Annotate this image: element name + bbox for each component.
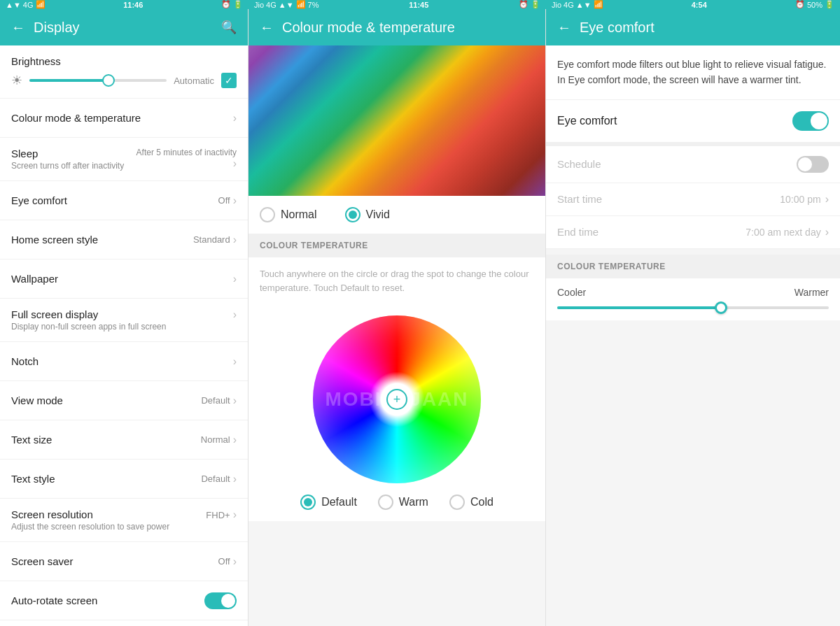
- default-option[interactable]: Default: [300, 495, 357, 510]
- start-time-value-row: 10:00 pm ›: [780, 193, 829, 206]
- left-panel-title: Display: [34, 20, 80, 36]
- battery-text-middle: 7%: [308, 1, 319, 9]
- auto-rotate-title: Auto-rotate screen: [11, 595, 204, 606]
- back-button-right[interactable]: ←: [557, 20, 571, 36]
- wallpaper-right: ›: [233, 273, 237, 285]
- status-bar-left: ▲▼ 4G 📶 11:46 ⏰ 🔋: [0, 0, 248, 9]
- brightness-fill: [29, 79, 105, 82]
- default-radio[interactable]: [300, 495, 316, 510]
- colour-temp-section-header: COLOUR TEMPERATURE: [546, 255, 840, 278]
- schedule-label: Schedule: [557, 158, 601, 170]
- full-screen-setting[interactable]: Full screen display Display non-full scr…: [0, 299, 248, 342]
- screen-saver-right: Off ›: [218, 555, 237, 568]
- screen-saver-setting[interactable]: Screen saver Off ›: [0, 542, 248, 581]
- status-icons-middle: Jio 4G ▲▼ 📶 7%: [254, 0, 318, 9]
- sleep-chevron: ›: [233, 157, 237, 170]
- text-style-right: Default ›: [201, 473, 237, 485]
- battery-icon-right: 🔋: [825, 0, 834, 9]
- full-screen-chevron: ›: [233, 308, 237, 321]
- text-size-setting[interactable]: Text size Normal ›: [0, 420, 248, 460]
- vivid-mode-option[interactable]: Vivid: [345, 207, 390, 222]
- temp-instruction: Touch anywhere on the circle or drag the…: [248, 257, 545, 304]
- vivid-label: Vivid: [366, 208, 390, 221]
- right-icons-middle: ⏰ 🔋: [519, 0, 540, 9]
- brightness-setting: Brightness ☀ Automatic ✓: [0, 45, 248, 99]
- normal-radio[interactable]: [260, 207, 275, 222]
- back-button-left[interactable]: ←: [11, 20, 25, 36]
- sleep-content: Sleep Screen turns off after inactivity: [11, 148, 136, 171]
- cold-radio[interactable]: [449, 495, 465, 510]
- jio-text-right: Jio 4G: [552, 1, 574, 9]
- wallpaper-preview: [248, 45, 545, 196]
- screen-resolution-value: FHD+: [206, 510, 230, 520]
- temp-slider[interactable]: [557, 306, 829, 309]
- cold-label: Cold: [470, 496, 493, 508]
- vivid-radio[interactable]: [345, 207, 360, 222]
- end-time-value: 7:00 am next day: [746, 227, 820, 238]
- normal-mode-option[interactable]: Normal: [260, 207, 317, 222]
- notch-setting[interactable]: Notch ›: [0, 342, 248, 381]
- view-mode-right: Default ›: [201, 394, 237, 407]
- colour-mode-setting[interactable]: Colour mode & temperature ›: [0, 99, 248, 138]
- wallpaper-chevron: ›: [233, 273, 237, 285]
- colour-temp-section: COLOUR TEMPERATURE Cooler Warmer: [546, 255, 840, 320]
- start-time-label: Start time: [557, 193, 602, 205]
- warm-radio[interactable]: [378, 495, 393, 510]
- end-time-label: End time: [557, 226, 598, 238]
- brightness-controls: ☀ Automatic ✓: [11, 73, 237, 88]
- temp-slider-thumb: [715, 301, 727, 314]
- status-bar-middle: Jio 4G ▲▼ 📶 7% 11:45 ⏰ 🔋: [248, 0, 546, 9]
- battery-icon-middle: 🔋: [531, 0, 540, 9]
- right-panel-header: ← Eye comfort: [546, 9, 840, 45]
- auto-rotate-right: [204, 592, 237, 609]
- signal-icon-left: ▲▼ 4G: [6, 1, 34, 9]
- end-time-row[interactable]: End time 7:00 am next day ›: [546, 216, 840, 249]
- eye-comfort-setting[interactable]: Eye comfort Off ›: [0, 181, 248, 220]
- start-time-row[interactable]: Start time 10:00 pm ›: [546, 183, 840, 216]
- smart-rotate-setting[interactable]: Smart rotate The screen will rotate to f…: [0, 620, 248, 626]
- screen-saver-content: Screen saver: [11, 555, 218, 567]
- home-screen-right: Standard ›: [193, 234, 237, 246]
- text-style-value: Default: [201, 474, 230, 484]
- sleep-title: Sleep: [11, 148, 136, 159]
- cold-option[interactable]: Cold: [449, 495, 493, 510]
- status-bar-right: Jio 4G ▲▼ 📶 4:54 ⏰ 50% 🔋: [546, 0, 840, 9]
- normal-label: Normal: [281, 208, 317, 221]
- eye-comfort-toggle-row: Eye comfort: [546, 100, 840, 146]
- wallpaper-setting[interactable]: Wallpaper ›: [0, 259, 248, 299]
- auto-rotate-toggle[interactable]: [204, 592, 237, 609]
- eye-comfort-title: Eye comfort: [11, 194, 218, 206]
- view-mode-setting[interactable]: View mode Default ›: [0, 381, 248, 420]
- auto-checkbox[interactable]: ✓: [221, 73, 237, 88]
- battery-left: ⏰ 🔋: [221, 0, 243, 9]
- search-icon-left[interactable]: 🔍: [221, 20, 237, 35]
- schedule-toggle[interactable]: [797, 156, 829, 173]
- back-button-middle[interactable]: ←: [260, 20, 274, 36]
- brightness-slider[interactable]: [29, 79, 167, 82]
- auto-rotate-setting[interactable]: Auto-rotate screen: [0, 581, 248, 620]
- wallpaper-gradient: [248, 45, 545, 196]
- warm-option[interactable]: Warm: [378, 495, 428, 510]
- notch-content: Notch: [11, 355, 233, 367]
- wifi-icon-left: 📶: [36, 0, 46, 9]
- screen-resolution-title: Screen resolution: [11, 508, 206, 520]
- colour-mode-title: Colour mode & temperature: [11, 112, 233, 124]
- full-screen-subtitle: Display non-full screen apps in full scr…: [11, 322, 233, 332]
- home-screen-setting[interactable]: Home screen style Standard ›: [0, 220, 248, 259]
- clock-right: 4:54: [692, 1, 707, 9]
- color-wheel[interactable]: + MOBILEJAAN: [313, 315, 481, 483]
- default-label: Default: [321, 496, 357, 508]
- right-icons-right: ⏰ 50% 🔋: [795, 0, 834, 9]
- alarm-icon-middle: ⏰: [519, 0, 528, 9]
- text-style-setting[interactable]: Text style Default ›: [0, 460, 248, 499]
- screen-resolution-setting[interactable]: Screen resolution Adjust the screen reso…: [0, 499, 248, 542]
- sleep-setting[interactable]: Sleep Screen turns off after inactivity …: [0, 138, 248, 181]
- text-size-right: Normal ›: [201, 434, 237, 446]
- schedule-row[interactable]: Schedule: [546, 146, 840, 183]
- colour-mode-content: Colour mode & temperature: [11, 112, 233, 124]
- screen-resolution-subtitle: Adjust the screen resolution to save pow…: [11, 522, 206, 532]
- wifi-icon-middle: 📶: [296, 0, 306, 9]
- start-time-chevron: ›: [825, 193, 829, 206]
- middle-panel: ← Colour mode & temperature Normal Vivid…: [248, 9, 546, 626]
- eye-comfort-toggle[interactable]: [792, 111, 829, 131]
